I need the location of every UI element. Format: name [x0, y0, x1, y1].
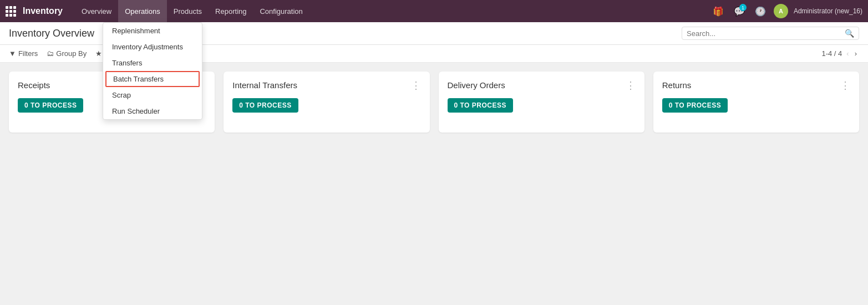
filter-icon: ▼ — [9, 49, 16, 58]
clock-icon[interactable]: 🕐 — [753, 3, 768, 19]
nav-menu: Overview Operations Products Reporting C… — [75, 0, 309, 22]
dropdown-batch-transfers[interactable]: Batch Transfers — [105, 71, 200, 87]
topbar-right: 🎁 💬 1 🕐 A Administrator (new_16) — [710, 3, 862, 19]
internal-transfers-title: Internal Transfers — [232, 80, 297, 90]
internal-transfers-menu-icon[interactable]: ⋮ — [411, 80, 421, 90]
search-bar[interactable]: 🔍 — [682, 27, 859, 40]
nav-products[interactable]: Products — [167, 0, 209, 22]
topbar-left: Inventory Overview Operations Products R… — [6, 0, 309, 22]
apps-icon[interactable] — [6, 6, 16, 17]
nav-operations[interactable]: Operations — [118, 0, 167, 22]
filters-button[interactable]: ▼ Filters — [9, 49, 38, 58]
delivery-orders-menu-icon[interactable]: ⋮ — [626, 80, 636, 90]
receipts-title: Receipts — [18, 80, 50, 90]
returns-menu-icon[interactable]: ⋮ — [840, 80, 850, 90]
dropdown-transfers[interactable]: Transfers — [103, 55, 202, 71]
chat-icon[interactable]: 💬 1 — [732, 3, 747, 19]
dropdown-scrap[interactable]: Scrap — [103, 87, 202, 103]
pagination-arrows: ‹ › — [844, 48, 859, 59]
search-icon: 🔍 — [845, 29, 854, 38]
pagination-count: 1-4 / 4 — [821, 49, 842, 58]
topbar: Inventory Overview Operations Products R… — [0, 0, 868, 22]
returns-process-button[interactable]: 0 TO PROCESS — [662, 98, 728, 113]
pagination: 1-4 / 4 ‹ › — [821, 48, 859, 59]
delivery-orders-card: Delivery Orders ⋮ 0 TO PROCESS — [439, 72, 644, 133]
brand-name[interactable]: Inventory — [23, 6, 63, 16]
search-input[interactable] — [687, 29, 845, 38]
page-title: Inventory Overview — [9, 28, 94, 39]
star-icon: ★ — [95, 49, 102, 58]
next-page-button[interactable]: › — [852, 48, 859, 59]
group-by-label: Group By — [56, 49, 87, 58]
nav-configuration[interactable]: Configuration — [253, 0, 309, 22]
nav-overview[interactable]: Overview — [75, 0, 118, 22]
prev-page-button[interactable]: ‹ — [844, 48, 851, 59]
delivery-orders-card-header: Delivery Orders ⋮ — [448, 80, 636, 90]
avatar[interactable]: A — [774, 4, 788, 18]
nav-reporting[interactable]: Reporting — [209, 0, 253, 22]
delivery-orders-process-button[interactable]: 0 TO PROCESS — [448, 98, 513, 113]
receipts-process-button[interactable]: 0 TO PROCESS — [18, 98, 83, 113]
dropdown-inventory-adjustments[interactable]: Inventory Adjustments — [103, 39, 202, 55]
internal-transfers-process-button[interactable]: 0 TO PROCESS — [232, 98, 298, 113]
user-label[interactable]: Administrator (new_16) — [794, 7, 862, 15]
group-by-icon: 🗂 — [47, 49, 54, 58]
dropdown-replenishment[interactable]: Replenishment — [103, 23, 202, 39]
filters-label: Filters — [18, 49, 38, 58]
group-by-button[interactable]: 🗂 Group By — [47, 49, 87, 58]
chat-badge: 1 — [739, 4, 747, 11]
internal-transfers-card-header: Internal Transfers ⋮ — [232, 80, 420, 90]
internal-transfers-card: Internal Transfers ⋮ 0 TO PROCESS — [224, 72, 429, 133]
delivery-orders-title: Delivery Orders — [448, 80, 505, 90]
returns-card-header: Returns ⋮ — [662, 80, 850, 90]
returns-title: Returns — [662, 80, 692, 90]
dropdown-run-scheduler[interactable]: Run Scheduler — [103, 103, 202, 119]
gift-icon[interactable]: 🎁 — [710, 3, 726, 19]
returns-card: Returns ⋮ 0 TO PROCESS — [653, 72, 859, 133]
operations-dropdown: Replenishment Inventory Adjustments Tran… — [103, 22, 202, 120]
